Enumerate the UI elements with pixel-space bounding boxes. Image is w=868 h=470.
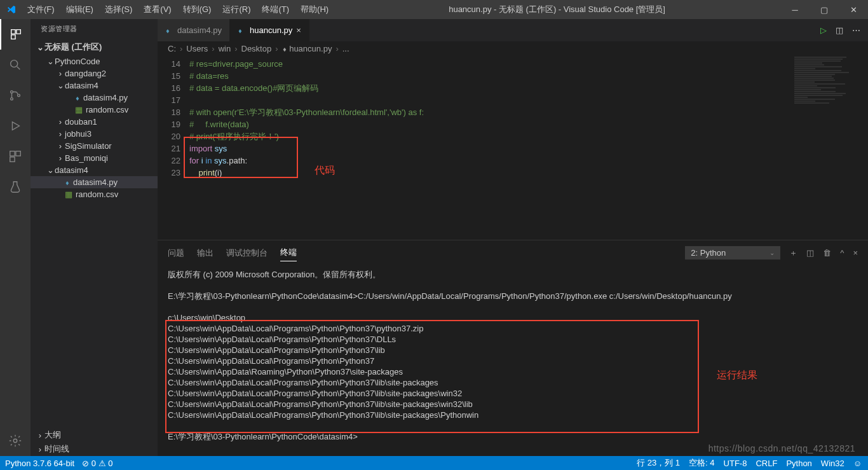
panel-tab-问题[interactable]: 问题: [168, 245, 184, 261]
activity-bar: [0, 19, 31, 456]
tree-item[interactable]: ⌄datasim4: [31, 79, 158, 92]
status-problems[interactable]: ⊘ 0 ⚠ 0: [82, 459, 112, 468]
code-content[interactable]: # res=driver.page_source # data=res # da…: [189, 56, 868, 240]
close-icon[interactable]: ×: [296, 25, 301, 35]
maximize-panel-icon[interactable]: ^: [840, 248, 844, 258]
status-item[interactable]: UTF-8: [724, 459, 747, 468]
run-debug-icon[interactable]: [0, 111, 31, 141]
code-label: 代码: [315, 164, 335, 177]
svg-point-7: [13, 439, 17, 443]
status-item[interactable]: CRLF: [756, 459, 777, 468]
outline-label: 大纲: [44, 429, 61, 441]
settings-icon[interactable]: [0, 425, 31, 456]
svg-rect-4: [10, 151, 15, 156]
menu-转到(G)[interactable]: 转到(G): [178, 1, 217, 18]
sidebar-title: 资源管理器: [31, 19, 158, 39]
panel-actions: 2: Python⌄ ＋ ◫ 🗑 ^ ×: [685, 246, 858, 259]
window-controls: ─ ▢ ✕: [780, 0, 868, 19]
outline-section[interactable]: ›大纲: [31, 428, 158, 442]
menu-终端(T)[interactable]: 终端(T): [257, 1, 294, 18]
tree-item[interactable]: ⌄PythonCode: [31, 55, 158, 67]
editor-tab-actions: ▷ ◫ ⋯: [813, 19, 868, 41]
menu-查看(V)[interactable]: 查看(V): [139, 1, 176, 18]
file-tree: ⌄PythonCode›dangdang2⌄datasim4⬧datasim4.…: [31, 55, 158, 200]
svg-point-0: [11, 60, 18, 67]
editor-tabs: ⬧datasim4.py ⬧huancun.py× ▷ ◫ ⋯: [158, 19, 868, 41]
statusbar: Python 3.7.6 64-bit ⊘ 0 ⚠ 0 行 23，列 1空格: …: [0, 456, 868, 470]
term-select-label: 2: Python: [691, 248, 726, 258]
svg-rect-6: [10, 157, 15, 162]
minimize-button[interactable]: ─: [780, 0, 810, 19]
menu-选择(S)[interactable]: 选择(S): [100, 1, 137, 18]
status-python-version[interactable]: Python 3.7.6 64-bit: [5, 459, 74, 468]
svg-point-1: [11, 91, 13, 93]
menu-文件(F)[interactable]: 文件(F): [22, 1, 60, 18]
svg-point-2: [11, 98, 13, 100]
trash-icon[interactable]: 🗑: [823, 248, 831, 258]
tab-label: datasim4.py: [177, 25, 222, 35]
tree-item[interactable]: ›douban1: [31, 116, 158, 128]
menubar: 文件(F)编辑(E)选择(S)查看(V)转到(G)运行(R)终端(T)帮助(H): [22, 1, 334, 18]
tree-item[interactable]: ⌄datasim4: [31, 164, 158, 176]
source-control-icon[interactable]: [0, 80, 31, 111]
terminal-selector[interactable]: 2: Python⌄: [685, 246, 780, 259]
sidebar: 资源管理器 ⌄无标题 (工作区) ⌄PythonCode›dangdang2⌄d…: [31, 19, 158, 456]
menu-编辑(E)[interactable]: 编辑(E): [61, 1, 98, 18]
status-item[interactable]: ☺: [853, 459, 862, 468]
tab-huancun[interactable]: ⬧huancun.py×: [230, 19, 309, 41]
split-terminal-icon[interactable]: ◫: [806, 248, 814, 258]
tree-item[interactable]: ›dangdang2: [31, 67, 158, 79]
panel-tab-终端[interactable]: 终端: [280, 244, 297, 261]
run-icon[interactable]: ▷: [820, 25, 827, 35]
code-editor[interactable]: 14151617181920212223 # res=driver.page_s…: [158, 56, 868, 240]
vscode-logo-icon: [0, 4, 22, 15]
status-item[interactable]: 行 23，列 1: [637, 457, 680, 469]
tree-item[interactable]: ›Bas_moniqi: [31, 152, 158, 164]
tree-item[interactable]: ⬧datasim4.py: [31, 176, 158, 188]
panel-tab-调试控制台[interactable]: 调试控制台: [226, 245, 268, 261]
svg-point-3: [18, 94, 20, 97]
svg-rect-5: [16, 151, 20, 156]
tree-item[interactable]: ▦random.csv: [31, 188, 158, 200]
workspace-header[interactable]: ⌄无标题 (工作区): [31, 39, 158, 55]
tree-item[interactable]: ⬧datasim4.py: [31, 92, 158, 104]
tree-item[interactable]: ▦random.csv: [31, 104, 158, 116]
test-icon[interactable]: [0, 172, 31, 202]
bottom-panel: 问题输出调试控制台终端 2: Python⌄ ＋ ◫ 🗑 ^ × 版权所有 (c…: [158, 240, 868, 456]
search-icon[interactable]: [0, 50, 31, 80]
line-gutter: 14151617181920212223: [158, 56, 189, 240]
extensions-icon[interactable]: [0, 141, 31, 172]
editor-area: ⬧datasim4.py ⬧huancun.py× ▷ ◫ ⋯ C:›Users…: [158, 19, 868, 456]
tree-item[interactable]: ›jobhui3: [31, 128, 158, 140]
titlebar: 文件(F)编辑(E)选择(S)查看(V)转到(G)运行(R)终端(T)帮助(H)…: [0, 0, 868, 19]
new-terminal-icon[interactable]: ＋: [789, 247, 797, 259]
terminal-output[interactable]: 版权所有 (c) 2009 Microsoft Corporation。保留所有…: [158, 261, 868, 456]
status-item[interactable]: Python: [786, 459, 811, 468]
result-label: 运行结果: [717, 370, 757, 380]
timeline-section[interactable]: ›时间线: [31, 442, 158, 456]
status-item[interactable]: 空格: 4: [689, 457, 714, 469]
timeline-label: 时间线: [44, 443, 69, 455]
breadcrumb[interactable]: C:›Users›win›Desktop›⬧ huancun.py›...: [158, 41, 868, 56]
tree-item[interactable]: ›SigSimulator: [31, 140, 158, 152]
close-panel-icon[interactable]: ×: [853, 248, 858, 258]
window-title: huancun.py - 无标题 (工作区) - Visual Studio C…: [334, 4, 780, 15]
status-item[interactable]: Win32: [821, 459, 844, 468]
panel-tabs: 问题输出调试控制台终端 2: Python⌄ ＋ ◫ 🗑 ^ ×: [158, 240, 868, 261]
menu-运行(R)[interactable]: 运行(R): [217, 1, 255, 18]
close-button[interactable]: ✕: [839, 0, 868, 19]
tab-datasim4[interactable]: ⬧datasim4.py: [158, 19, 230, 41]
minimap[interactable]: [792, 56, 868, 151]
explorer-icon[interactable]: [0, 19, 31, 50]
panel-tab-输出[interactable]: 输出: [197, 245, 214, 261]
more-icon[interactable]: ⋯: [852, 25, 860, 35]
split-editor-icon[interactable]: ◫: [836, 25, 843, 35]
workspace-label: 无标题 (工作区): [44, 41, 102, 53]
menu-帮助(H)[interactable]: 帮助(H): [295, 1, 334, 18]
tab-label: huancun.py: [250, 25, 292, 35]
maximize-button[interactable]: ▢: [810, 0, 839, 19]
